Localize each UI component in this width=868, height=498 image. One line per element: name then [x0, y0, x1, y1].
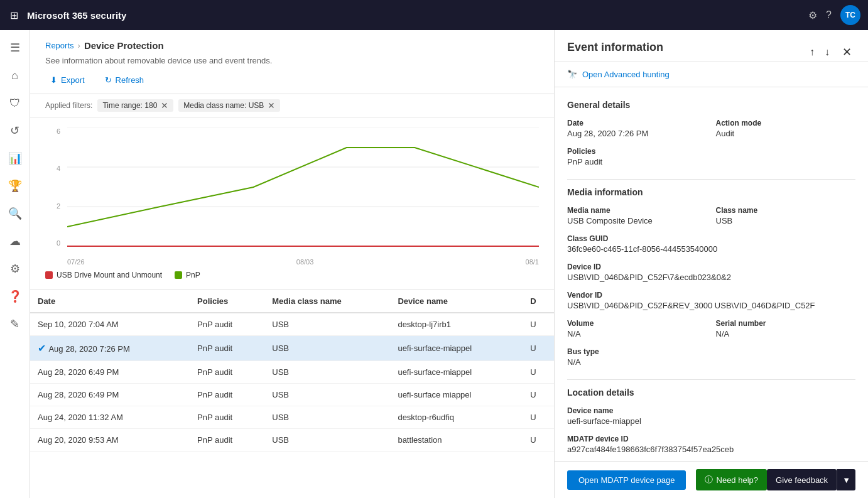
detail-device-id: Device ID USB\VID_046D&PID_C52F\7&ecdb02…	[567, 263, 855, 282]
sidebar-item-cloud[interactable]: ☁	[3, 229, 28, 254]
location-device-name-label: Device name	[567, 406, 855, 415]
cell-device: battlestation	[390, 429, 523, 452]
cell-device: uefi-surface-miappel	[390, 361, 523, 384]
detail-serial-number: Serial number N/A	[716, 319, 856, 338]
panel-body: General details Date Aug 28, 2020 7:26 P…	[555, 87, 868, 461]
avatar[interactable]: TC	[840, 5, 860, 25]
general-details-grid: Date Aug 28, 2020 7:26 PM Action mode Au…	[567, 119, 855, 166]
filters-label: Applied filters:	[45, 101, 92, 110]
panel-nav-down[interactable]: ↓	[821, 43, 833, 62]
table-row[interactable]: Aug 28, 2020 6:49 PMPnP auditUSBuefi-sur…	[30, 361, 554, 384]
detail-class-name: Class name USB	[716, 206, 856, 225]
filter-chip-mediaclass: Media class name: USB ✕	[178, 99, 280, 112]
sidebar-item-settings[interactable]: ⚙	[3, 256, 28, 281]
refresh-button[interactable]: ↻ Refresh	[100, 73, 149, 87]
sidebar-item-help[interactable]: ❓	[3, 284, 28, 309]
detail-class-guid: Class GUID 36fc9e60-c465-11cf-8056-44455…	[567, 234, 855, 254]
cell-policies: PnP audit	[190, 406, 264, 429]
sidebar-item-scores[interactable]: 🏆	[3, 173, 28, 198]
media-info-title: Media information	[567, 187, 855, 197]
table-row[interactable]: Aug 28, 2020 6:49 PMPnP auditUSBuefi-sur…	[30, 384, 554, 406]
legend-usb-label: USB Drive Mount and Unmount	[57, 271, 162, 279]
need-help-label: Need help?	[717, 475, 759, 485]
bus-type-label: Bus type	[567, 347, 707, 356]
panel-header: Event information ↑ ↓ ✕	[555, 30, 868, 62]
cell-policies: PnP audit	[190, 361, 264, 384]
help-icon[interactable]: ?	[826, 9, 832, 21]
sidebar-item-reports[interactable]: 📊	[3, 146, 28, 171]
chart-wrapper: 6 4 2 0	[45, 127, 539, 266]
sidebar: ☰ ⌂ 🛡 ↺ 📊 🏆 🔍 ☁ ⚙ ❓ ✎	[0, 30, 30, 498]
topbar: ⊞ Microsoft 365 security ⚙ ? TC	[0, 0, 868, 30]
media-details-grid: Media name USB Composite Device Class na…	[567, 206, 855, 367]
breadcrumb-current: Device Protection	[84, 40, 164, 51]
download-icon: ⬇	[50, 75, 57, 85]
sidebar-item-edit[interactable]: ✎	[3, 311, 28, 337]
give-feedback-arrow[interactable]: ▼	[837, 469, 855, 490]
footer-right: ⓘ Need help? Give feedback ▼	[696, 469, 855, 490]
detail-action-mode: Action mode Audit	[716, 119, 856, 138]
cell-date: Aug 20, 2020 9:53 AM	[30, 429, 190, 452]
legend-pnp: PnP	[175, 271, 200, 279]
location-details-title: Location details	[567, 387, 855, 398]
table-row[interactable]: ✔ Aug 28, 2020 7:26 PMPnP auditUSBuefi-s…	[30, 336, 554, 361]
col-device[interactable]: Device name	[390, 290, 523, 313]
sidebar-item-hunting[interactable]: 🔍	[3, 201, 28, 226]
need-help-button[interactable]: ⓘ Need help?	[696, 469, 768, 490]
topbar-icons: ⚙ ? TC	[808, 5, 860, 25]
table-row[interactable]: Aug 20, 2020 9:53 AMPnP auditUSBbattlest…	[30, 429, 554, 452]
settings-icon[interactable]: ⚙	[808, 9, 817, 21]
table-row[interactable]: Sep 10, 2020 7:04 AMPnP auditUSBdesktop-…	[30, 313, 554, 336]
events-table: Date Policies Media class name Device na…	[30, 290, 554, 452]
table-row[interactable]: Aug 24, 2020 11:32 AMPnP auditUSBdesktop…	[30, 406, 554, 429]
device-id-value: USB\VID_046D&PID_C52F\7&ecdb023&0&2	[567, 273, 855, 282]
panel-close-button[interactable]: ✕	[838, 43, 855, 62]
detail-media-name: Media name USB Composite Device	[567, 206, 707, 225]
detail-vendor-id: Vendor ID USB\VID_046D&PID_C52F&REV_3000…	[567, 291, 855, 310]
grid-icon[interactable]: ⊞	[8, 7, 21, 24]
sidebar-item-shield[interactable]: 🛡	[3, 90, 28, 116]
cell-device: uefi-surface miappel	[390, 384, 523, 406]
breadcrumb: Reports › Device Protection	[45, 40, 539, 51]
filter-chip-mediaclass-text: Media class name: USB	[183, 101, 264, 110]
sidebar-item-menu[interactable]: ☰	[3, 35, 28, 60]
breadcrumb-parent[interactable]: Reports	[45, 41, 74, 50]
filter-chip-timerange-close[interactable]: ✕	[161, 101, 168, 110]
policies-label: Policies	[567, 147, 707, 156]
sidebar-item-home[interactable]: ⌂	[3, 63, 28, 88]
right-panel: Event information ↑ ↓ ✕ 🔭 Open Advanced …	[554, 30, 868, 498]
panel-nav-up[interactable]: ↑	[806, 43, 818, 62]
vendor-id-value: USB\VID_046D&PID_C52F&REV_3000 USB\VID_0…	[567, 301, 855, 310]
section-divider-2	[567, 379, 855, 380]
y-label-6: 6	[57, 127, 60, 135]
chart-x-axis: 07/26 08/03 08/1	[67, 258, 539, 266]
page-header: Reports › Device Protection See informat…	[30, 30, 554, 94]
cell-d: U	[523, 336, 554, 361]
col-d[interactable]: D	[523, 290, 554, 313]
filter-chip-mediaclass-close[interactable]: ✕	[268, 101, 275, 110]
give-feedback-button[interactable]: Give feedback	[767, 469, 837, 490]
cell-media: USB	[264, 313, 390, 336]
policies-value: PnP audit	[567, 157, 707, 166]
export-button[interactable]: ⬇ Export	[45, 73, 90, 87]
cell-media: USB	[264, 336, 390, 361]
x-label-081: 08/1	[526, 258, 539, 266]
page-description: See information about removable device u…	[45, 56, 539, 65]
sidebar-item-incidents[interactable]: ↺	[3, 118, 28, 143]
open-mdatp-button[interactable]: Open MDATP device page	[567, 470, 686, 490]
cell-policies: PnP audit	[190, 429, 264, 452]
cell-policies: PnP audit	[190, 313, 264, 336]
section-divider-1	[567, 179, 855, 180]
col-date[interactable]: Date	[30, 290, 190, 313]
cell-date: Aug 24, 2020 11:32 AM	[30, 406, 190, 429]
advanced-hunting-link[interactable]: 🔭 Open Advanced hunting	[555, 62, 868, 87]
content-area: Reports › Device Protection See informat…	[30, 30, 554, 498]
cell-date: Aug 28, 2020 6:49 PM	[30, 361, 190, 384]
col-policies[interactable]: Policies	[190, 290, 264, 313]
cell-d: U	[523, 361, 554, 384]
bus-type-value: N/A	[567, 357, 707, 367]
app-title: Microsoft 365 security	[27, 10, 802, 21]
col-media[interactable]: Media class name	[264, 290, 390, 313]
x-label-0803: 08/03	[296, 258, 314, 266]
cell-policies: PnP audit	[190, 336, 264, 361]
